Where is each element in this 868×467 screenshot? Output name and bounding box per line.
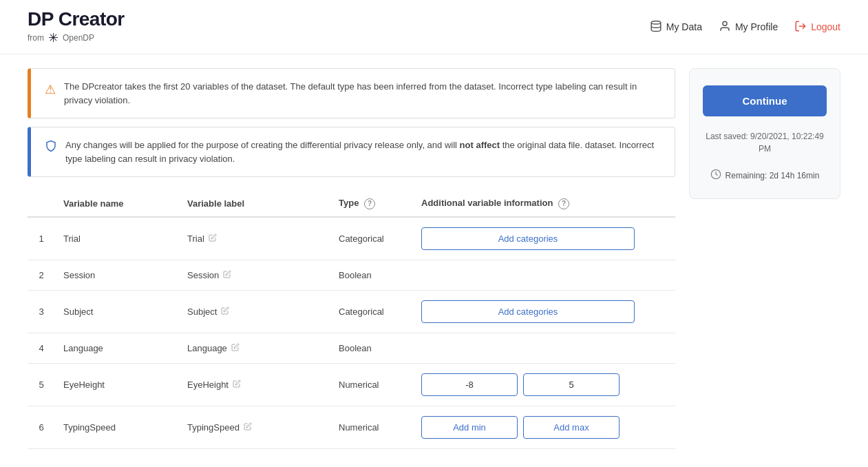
sidebar-card: Continue Last saved: 9/20/2021, 10:22:49… [689,68,840,199]
variables-table: Variable name Variable label Type ? Addi… [28,191,675,449]
remaining-label: Remaining: 2d 14h 16min [726,171,820,180]
edit-label-icon[interactable] [231,343,240,353]
last-saved-text: Last saved: 9/20/2021, 10:22:49 PM [701,130,829,155]
edit-label-icon[interactable] [209,234,217,244]
table-row: 6TypingSpeedTypingSpeedNumericalAdd minA… [28,406,675,448]
additional-info-cell [413,333,675,363]
variable-label-text: Language [187,343,227,353]
clock-icon [710,169,721,182]
max-input[interactable] [523,373,620,396]
variable-name-cell: Language [55,333,179,363]
col-header-num [28,191,55,217]
numerical-inputs: Add minAdd max [421,416,667,439]
additional-info-cell: Add categories [413,290,675,333]
table-row: 4LanguageLanguageBoolean [28,333,675,363]
variable-label-cell: Language [179,333,330,363]
database-icon [650,20,662,34]
variable-label-text: Subject [187,307,217,317]
add-categories-button[interactable]: Add categories [421,227,635,250]
row-number: 1 [28,217,55,260]
my-profile-label: My Profile [735,21,778,32]
table-row: 3SubjectSubjectCategoricalAdd categories [28,290,675,333]
additional-info-cell [413,363,675,406]
col-header-additional: Additional variable information ? [413,191,675,217]
add-min-button[interactable]: Add min [421,416,518,439]
variable-name-cell: EyeHeight [55,363,179,406]
info-alert: Any changes will be applied for the purp… [28,127,675,177]
info-alert-text: Any changes will be applied for the purp… [65,138,661,165]
edit-label-icon[interactable] [223,270,231,280]
logo-subtitle: from ✳ OpenDP [28,30,125,45]
add-max-button[interactable]: Add max [523,416,620,439]
variable-label-text: Session [187,270,219,280]
variable-label-cell: TypingSpeed [179,406,330,448]
type-cell: Categorical [330,290,413,333]
col-header-varname: Variable name [55,191,179,217]
logout-link[interactable]: Logout [794,20,840,34]
app-header: DP Creator from ✳ OpenDP My Data [0,0,868,54]
add-categories-button[interactable]: Add categories [421,300,635,323]
row-number: 4 [28,333,55,363]
shield-icon [45,139,57,158]
edit-label-icon[interactable] [244,422,252,433]
variable-name-cell: TypingSpeed [55,406,179,448]
my-data-link[interactable]: My Data [650,20,702,34]
type-cell: Boolean [330,260,413,290]
logo-brand-text: OpenDP [63,33,94,43]
edit-label-icon[interactable] [221,307,229,317]
opendp-star-icon: ✳ [48,30,59,45]
warning-icon: ⚠ [45,81,56,99]
additional-info-cell: Add minAdd max [413,406,675,448]
variable-label-cell: Subject [179,290,330,333]
type-cell: Numerical [330,406,413,448]
additional-info-cell: Add categories [413,217,675,260]
svg-point-1 [723,21,727,25]
logo: DP Creator from ✳ OpenDP [28,8,125,45]
main-layout: ⚠ The DPcreator takes the first 20 varia… [0,54,868,463]
row-number: 5 [28,363,55,406]
variable-label-cell: Session [179,260,330,290]
warning-alert-text: The DPcreator takes the first 20 variabl… [64,80,661,107]
type-help-icon[interactable]: ? [364,198,375,209]
col-header-varlabel: Variable label [179,191,330,217]
variable-label-cell: Trial [179,217,330,260]
continue-button[interactable]: Continue [703,85,827,116]
warning-alert: ⚠ The DPcreator takes the first 20 varia… [28,68,675,118]
row-number: 3 [28,290,55,333]
sidebar: Continue Last saved: 9/20/2021, 10:22:49… [689,68,840,449]
table-row: 1TrialTrialCategoricalAdd categories [28,217,675,260]
type-cell: Boolean [330,333,413,363]
my-profile-link[interactable]: My Profile [719,20,778,34]
my-data-label: My Data [666,21,702,32]
numerical-inputs [421,373,667,396]
col-header-type: Type ? [330,191,413,217]
variable-name-cell: Trial [55,217,179,260]
variable-label-cell: EyeHeight [179,363,330,406]
additional-help-icon[interactable]: ? [558,198,569,209]
logo-from-text: from [28,33,44,43]
row-number: 6 [28,406,55,448]
top-nav: My Data My Profile Logout [650,20,840,34]
variable-label-text: EyeHeight [187,380,229,390]
table-row: 2SessionSessionBoolean [28,260,675,290]
edit-label-icon[interactable] [233,380,241,390]
min-input[interactable] [421,373,518,396]
app-title: DP Creator [28,8,125,30]
variable-name-cell: Session [55,260,179,290]
variable-label-text: TypingSpeed [187,422,240,433]
row-number: 2 [28,260,55,290]
additional-info-cell [413,260,675,290]
content-area: ⚠ The DPcreator takes the first 20 varia… [28,68,675,449]
person-icon [719,20,731,34]
remaining-time: Remaining: 2d 14h 16min [710,169,820,182]
logout-label: Logout [811,21,840,32]
table-row: 5EyeHeightEyeHeightNumerical [28,363,675,406]
logout-icon [794,20,807,34]
variable-label-text: Trial [187,234,204,244]
svg-point-0 [651,21,661,24]
variable-name-cell: Subject [55,290,179,333]
type-cell: Categorical [330,217,413,260]
table-header-row: Variable name Variable label Type ? Addi… [28,191,675,217]
type-cell: Numerical [330,363,413,406]
